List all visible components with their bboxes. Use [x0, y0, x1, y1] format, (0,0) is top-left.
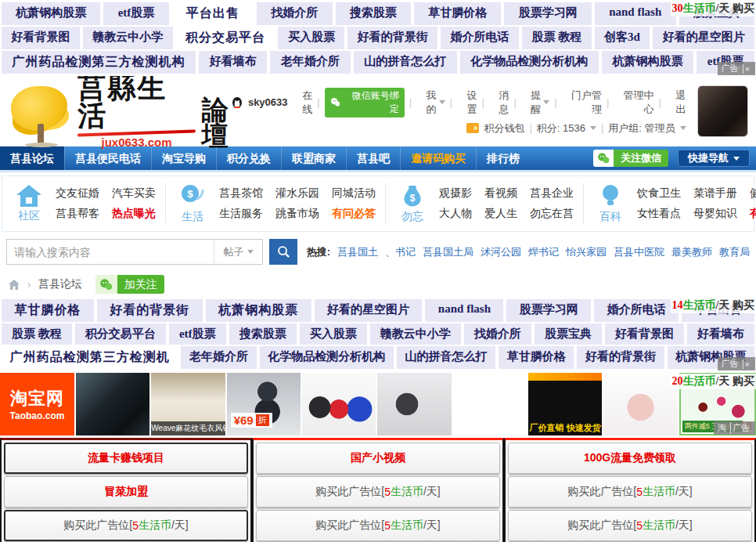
forum-link[interactable]: 菜谱手册 — [693, 186, 737, 201]
menu-item-1[interactable]: 我的 — [416, 89, 445, 117]
follow-wechat-button[interactable]: 关注微信 — [593, 150, 668, 167]
hot-search-link[interactable]: 莒县中医院 — [614, 245, 664, 259]
ad-link[interactable]: 创客3d — [595, 27, 650, 49]
menu-item-3[interactable]: 消息 — [489, 89, 509, 117]
ad-link[interactable]: 草甘膦价格 — [414, 2, 501, 25]
nav-item[interactable]: 积分兑换 — [216, 146, 281, 170]
menu-item-4[interactable]: 提醒 — [521, 89, 549, 117]
ad-slot-link[interactable]: 购买此广告位[5生活币/天] — [508, 476, 752, 508]
ad-slot-title[interactable]: 冒菜加盟 — [4, 476, 248, 508]
product-image[interactable]: ¥69折 — [227, 373, 301, 435]
ad-link[interactable]: 搜索股票 — [229, 323, 297, 345]
section-name[interactable]: 生活 — [182, 210, 203, 224]
home-icon[interactable] — [8, 279, 20, 291]
ad-link[interactable]: 广州药品检测第三方检测机构 — [2, 51, 196, 74]
nav-item[interactable]: 莒县论坛 — [0, 146, 64, 170]
ad-slot-link[interactable]: 购买此广告位[5生活币/天] — [508, 510, 752, 541]
search-type-select[interactable]: 帖子 — [214, 240, 262, 264]
hot-search-link[interactable]: 莒县国土 — [337, 245, 378, 259]
ad-price-overlay[interactable]: 14生活币/天 购买 — [671, 298, 756, 313]
forum-link[interactable]: 同城活动 — [332, 186, 376, 201]
taobao-ad-badge[interactable]: 淘广告 — [714, 421, 755, 435]
ad-link[interactable]: 化学物品检测分析机构 — [260, 346, 394, 369]
forum-link[interactable]: 莒县帮客 — [56, 207, 99, 221]
ad-slot-link[interactable]: 购买此广告位[5生活币/天] — [256, 510, 500, 541]
hot-search-link[interactable]: 焊书记 — [528, 245, 559, 259]
forum-link[interactable]: 女性看点 — [637, 207, 681, 221]
ad-link[interactable]: 杭萧钢构股票 — [2, 2, 100, 25]
ad-link[interactable]: 找婚介所 — [257, 2, 332, 25]
forum-link[interactable]: 交友征婚 — [56, 186, 99, 201]
forum-link[interactable]: 大人物 — [439, 207, 472, 221]
menu-item-5[interactable]: 门户管理 — [562, 89, 602, 117]
ad-link[interactable]: 积分交易平台 — [75, 323, 166, 345]
product-image[interactable] — [603, 373, 677, 435]
product-image[interactable] — [302, 373, 376, 435]
ad-price-overlay[interactable]: 20生活币/天 购买 — [671, 374, 756, 389]
ad-link[interactable]: 草甘膦价格 — [2, 299, 94, 322]
hot-search-link[interactable]: 沭河公园 — [481, 245, 521, 259]
forum-link[interactable]: 莒县企业 — [530, 186, 574, 201]
ad-link[interactable]: 赣教云中小学 — [83, 27, 173, 49]
ad-link[interactable]: 杭萧钢构股票 — [206, 299, 311, 322]
ad-link[interactable]: 股票宝典 — [535, 323, 602, 345]
ad-badge-label[interactable]: 广告 — [730, 422, 751, 434]
quick-nav-button[interactable]: 快捷导航 — [678, 150, 750, 167]
forum-link[interactable]: 爱人生 — [484, 207, 517, 221]
ad-link[interactable]: 赣教云中小学 — [370, 323, 461, 345]
close-icon[interactable]: × — [743, 64, 751, 74]
ad-slot-title[interactable]: 国产小视频 — [256, 443, 500, 474]
forum-link[interactable]: 跳蚤市场 — [275, 207, 319, 221]
breadcrumb-forum-link[interactable]: 莒县论坛 — [38, 277, 82, 291]
close-icon[interactable]: × — [743, 360, 751, 369]
forum-link[interactable]: 灌水乐园 — [275, 186, 319, 201]
ad-link[interactable]: 股票 教程 — [522, 27, 592, 49]
ad-link[interactable]: 好看墙布 — [199, 51, 267, 74]
forum-link[interactable]: 饮食卫生 — [637, 186, 681, 201]
product-image[interactable] — [76, 373, 149, 435]
nav-item[interactable]: 淘宝导购 — [151, 146, 216, 170]
ad-link[interactable]: 山的拼音怎么打 — [397, 346, 495, 369]
ad-link[interactable]: 股票学习网 — [506, 299, 591, 322]
forum-link[interactable]: 有偏方 — [750, 207, 756, 221]
user-avatar[interactable] — [697, 85, 748, 137]
ad-link[interactable]: 婚介所电话 — [441, 27, 519, 49]
ad-link[interactable]: 杭萧钢构股票 — [602, 51, 693, 74]
ad-link[interactable]: nand flash — [425, 299, 503, 322]
section-name[interactable]: 勿忘 — [401, 210, 423, 224]
ad-link[interactable]: etf股票 — [169, 323, 226, 345]
section-name[interactable]: 百科 — [599, 210, 621, 224]
forum-link[interactable]: 母婴知识 — [693, 207, 737, 221]
hot-search-link[interactable]: 最美教师 — [671, 245, 712, 259]
ad-link[interactable]: 买入股票 — [300, 323, 367, 345]
ad-link[interactable]: 好看背景图 — [2, 27, 80, 49]
product-image[interactable] — [453, 373, 527, 435]
menu-item-6[interactable]: 管理中心 — [614, 89, 653, 117]
nav-item[interactable]: 莒县吧 — [346, 146, 400, 170]
ad-link[interactable]: 搜索股票 — [336, 2, 411, 25]
hot-search-link[interactable]: 教育局 — [719, 245, 750, 259]
menu-item-7[interactable]: 退出 — [666, 89, 686, 117]
forum-link[interactable]: 有问必答 — [332, 207, 376, 221]
menu-item-2[interactable]: 设置 — [457, 89, 477, 117]
ad-link[interactable]: 积分交易平台 — [176, 27, 275, 49]
hot-search-link[interactable]: 、书记 — [385, 245, 416, 259]
add-follow-button[interactable]: 加关注 — [95, 275, 164, 294]
ad-link[interactable]: 好看的背景街 — [347, 27, 437, 49]
nav-item[interactable]: 排行榜 — [476, 146, 530, 170]
ad-link[interactable]: 好看的背景街 — [97, 299, 203, 322]
ad-link[interactable]: 买入股票 — [278, 27, 344, 49]
hot-search-link[interactable]: 莒县国土局 — [423, 245, 473, 259]
product-image[interactable]: 厂价直销 快速发货 — [528, 373, 602, 435]
taobao-logo-tile[interactable]: 淘宝网 Taobao.com — [0, 373, 74, 435]
ad-link[interactable]: etf股票 — [103, 2, 168, 25]
forum-link[interactable]: 汽车买卖 — [112, 186, 156, 201]
username[interactable]: sky0633 — [248, 96, 288, 108]
ad-slot-link[interactable]: 购买此广告位[5生活币/天] — [256, 476, 500, 508]
search-input[interactable] — [7, 240, 214, 264]
ad-link[interactable]: 婚介所电话 — [594, 299, 679, 322]
hot-search-link[interactable]: 怡兴家园 — [566, 245, 607, 259]
section-name[interactable]: 社区 — [18, 209, 40, 223]
forum-link[interactable]: 生活服务 — [219, 207, 263, 221]
forum-link[interactable]: 看视频 — [484, 186, 517, 201]
